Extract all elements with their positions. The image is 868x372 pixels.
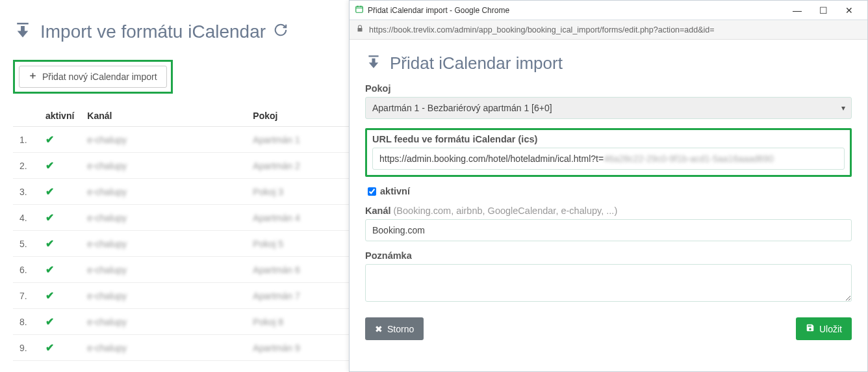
check-icon: ✔ (45, 160, 54, 171)
save-label: Uložit (819, 324, 842, 334)
row-index: 2. (13, 153, 39, 179)
field-note: Poznámka (365, 250, 852, 304)
form-actions: ✖ Storno Uložit (365, 317, 852, 340)
add-import-popup: Přidat iCalendar import - Google Chrome … (349, 0, 868, 372)
row-channel: e-chalupy (81, 335, 246, 361)
svg-rect-0 (356, 7, 363, 12)
row-active: ✔ (39, 231, 81, 257)
row-channel: e-chalupy (81, 205, 246, 231)
window-titlebar: Přidat iCalendar import - Google Chrome … (350, 1, 867, 20)
url-visible-part: https://admin.booking.com/hotel/hoteladm… (379, 153, 604, 164)
download-icon (13, 20, 32, 44)
room-label: Pokoj (365, 83, 852, 94)
row-channel: e-chalupy (81, 283, 246, 309)
url-hidden-part: 46a28c22-29c0-9f1b-acd1-5aa16aaad690 (604, 153, 774, 164)
refresh-icon[interactable] (274, 23, 288, 41)
check-icon: ✔ (45, 342, 54, 353)
row-active: ✔ (39, 127, 81, 153)
row-index: 7. (13, 283, 39, 309)
row-active: ✔ (39, 205, 81, 231)
row-channel: e-chalupy (81, 257, 246, 283)
row-channel: e-chalupy (81, 309, 246, 335)
close-button[interactable]: ✕ (836, 5, 862, 16)
lock-icon (356, 25, 364, 34)
row-index: 5. (13, 231, 39, 257)
url-input[interactable]: https://admin.booking.com/hotel/hoteladm… (372, 148, 845, 170)
row-channel: e-chalupy (81, 127, 246, 153)
cancel-button[interactable]: ✖ Storno (365, 317, 424, 340)
add-button-label: Přidat nový iCalendar import (42, 72, 157, 82)
row-active: ✔ (39, 283, 81, 309)
row-index: 4. (13, 205, 39, 231)
field-room: Pokoj Apartmán 1 - Bezbariérový apartmán… (365, 83, 852, 119)
add-button-highlight: Přidat nový iCalendar import (13, 60, 173, 94)
check-icon: ✔ (45, 212, 54, 223)
save-button[interactable]: Uložit (796, 317, 852, 340)
check-icon: ✔ (45, 186, 54, 197)
row-active: ✔ (39, 179, 81, 205)
close-icon: ✖ (375, 324, 383, 334)
channel-label: Kanál (Booking.com, airbnb, GoogleCalend… (365, 206, 852, 216)
field-channel: Kanál (Booking.com, airbnb, GoogleCalend… (365, 206, 852, 241)
maximize-button[interactable]: ☐ (810, 5, 836, 16)
row-channel: e-chalupy (81, 153, 246, 179)
note-textarea[interactable] (365, 264, 852, 302)
minimize-button[interactable]: — (784, 5, 810, 16)
url-label: URL feedu ve formátu iCalendar (ics) (372, 134, 845, 144)
url-text: https://book.trevlix.com/admin/app_booki… (369, 25, 715, 34)
calendar-icon (355, 5, 364, 16)
active-label: aktivní (380, 186, 410, 196)
active-checkbox[interactable] (368, 187, 376, 196)
row-channel: e-chalupy (81, 179, 246, 205)
check-icon: ✔ (45, 134, 54, 145)
add-icalendar-import-button[interactable]: Přidat nový iCalendar import (19, 66, 167, 88)
row-active: ✔ (39, 257, 81, 283)
cancel-label: Storno (387, 324, 414, 334)
row-index: 6. (13, 257, 39, 283)
col-channel: Kanál (81, 105, 246, 127)
check-icon: ✔ (45, 316, 54, 327)
page-title-text: Import ve formátu iCalendar (40, 21, 266, 42)
row-index: 9. (13, 335, 39, 361)
window-title-text: Přidat iCalendar import - Google Chrome (368, 6, 509, 15)
row-index: 3. (13, 179, 39, 205)
row-active: ✔ (39, 335, 81, 361)
channel-input[interactable] (365, 219, 852, 241)
field-active: aktivní (365, 186, 852, 196)
note-label: Poznámka (365, 250, 852, 261)
check-icon: ✔ (45, 290, 54, 301)
row-index: 8. (13, 309, 39, 335)
save-icon (806, 323, 815, 334)
row-active: ✔ (39, 309, 81, 335)
download-icon (365, 53, 382, 74)
col-active: aktivní (39, 105, 81, 127)
check-icon: ✔ (45, 238, 54, 249)
form-title-text: Přidat iCalendar import (390, 53, 563, 73)
popup-form: Přidat iCalendar import Pokoj Apartmán 1… (350, 40, 867, 371)
room-select[interactable]: Apartmán 1 - Bezbariérový apartmán 1 [6+… (365, 97, 852, 119)
address-bar: https://book.trevlix.com/admin/app_booki… (350, 20, 867, 40)
check-icon: ✔ (45, 264, 54, 275)
field-url-highlight: URL feedu ve formátu iCalendar (ics) htt… (365, 128, 852, 177)
row-active: ✔ (39, 153, 81, 179)
plus-icon (29, 72, 37, 82)
row-channel: e-chalupy (81, 231, 246, 257)
row-index: 1. (13, 127, 39, 153)
form-title: Přidat iCalendar import (365, 53, 852, 74)
